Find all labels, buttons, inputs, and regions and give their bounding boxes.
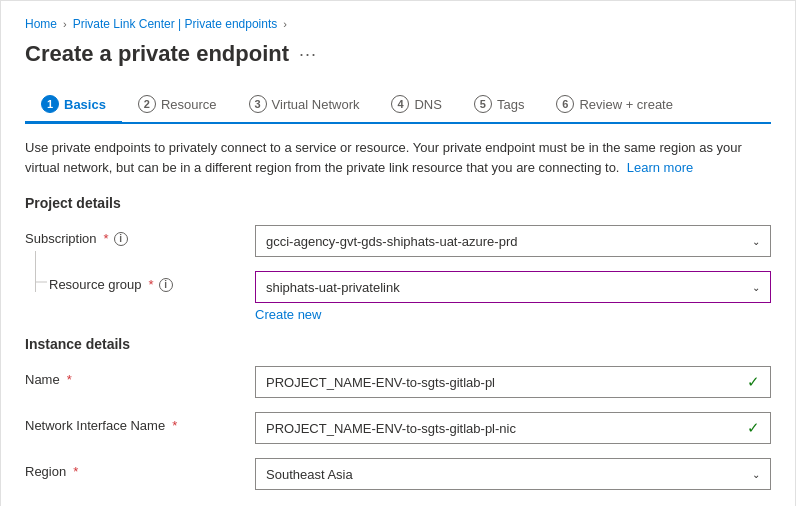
region-value: Southeast Asia (266, 467, 353, 482)
region-select[interactable]: Southeast Asia ⌄ (255, 458, 771, 490)
tab-resource[interactable]: 2 Resource (122, 87, 233, 124)
nic-control: PROJECT_NAME-ENV-to-sgts-gitlab-pl-nic ✓ (255, 412, 771, 444)
tab-num-dns: 4 (391, 95, 409, 113)
subscription-required: * (104, 231, 109, 246)
nic-value: PROJECT_NAME-ENV-to-sgts-gitlab-pl-nic (266, 421, 516, 436)
resource-group-chevron-icon: ⌄ (752, 282, 760, 293)
tab-num-resource: 2 (138, 95, 156, 113)
tab-num-basics: 1 (41, 95, 59, 113)
wizard-tabs: 1 Basics 2 Resource 3 Virtual Network 4 … (25, 87, 771, 124)
name-valid-icon: ✓ (747, 373, 760, 391)
resource-group-info-icon[interactable]: i (159, 278, 173, 292)
resource-group-label: Resource group (49, 277, 142, 292)
tab-num-virtual-network: 3 (249, 95, 267, 113)
tab-label-tags: Tags (497, 97, 524, 112)
tab-virtual-network[interactable]: 3 Virtual Network (233, 87, 376, 124)
resource-group-required: * (149, 277, 154, 292)
resource-group-select[interactable]: shiphats-uat-privatelink ⌄ (255, 271, 771, 303)
instance-details-title: Instance details (25, 336, 771, 352)
tab-review-create[interactable]: 6 Review + create (540, 87, 689, 124)
name-control: PROJECT_NAME-ENV-to-sgts-gitlab-pl ✓ (255, 366, 771, 398)
name-field-group: Name * PROJECT_NAME-ENV-to-sgts-gitlab-p… (25, 366, 771, 398)
subscription-select[interactable]: gcci-agency-gvt-gds-shiphats-uat-azure-p… (255, 225, 771, 257)
tab-basics[interactable]: 1 Basics (25, 87, 122, 124)
region-control: Southeast Asia ⌄ (255, 458, 771, 490)
subscription-label: Subscription (25, 231, 97, 246)
region-field-group: Region * Southeast Asia ⌄ (25, 458, 771, 490)
nic-valid-icon: ✓ (747, 419, 760, 437)
tab-label-review: Review + create (579, 97, 673, 112)
subscription-control: gcci-agency-gvt-gds-shiphats-uat-azure-p… (255, 225, 771, 257)
breadcrumb: Home › Private Link Center | Private end… (25, 17, 771, 31)
tab-tags[interactable]: 5 Tags (458, 87, 540, 124)
subscription-info-icon[interactable]: i (114, 232, 128, 246)
name-label-col: Name * (25, 366, 255, 387)
tab-num-tags: 5 (474, 95, 492, 113)
page-title: Create a private endpoint (25, 41, 289, 67)
nic-required: * (172, 418, 177, 433)
subscription-value: gcci-agency-gvt-gds-shiphats-uat-azure-p… (266, 234, 517, 249)
breadcrumb-sep2: › (283, 18, 287, 30)
resource-group-field-group: Resource group * i shiphats-uat-privatel… (25, 271, 771, 322)
name-value: PROJECT_NAME-ENV-to-sgts-gitlab-pl (266, 375, 495, 390)
nic-field-group: Network Interface Name * PROJECT_NAME-EN… (25, 412, 771, 444)
nic-input[interactable]: PROJECT_NAME-ENV-to-sgts-gitlab-pl-nic ✓ (255, 412, 771, 444)
resource-group-control: shiphats-uat-privatelink ⌄ Create new (255, 271, 771, 322)
nic-label: Network Interface Name (25, 418, 165, 433)
subscription-chevron-icon: ⌄ (752, 236, 760, 247)
description: Use private endpoints to privately conne… (25, 138, 771, 177)
tab-label-dns: DNS (414, 97, 441, 112)
name-label: Name (25, 372, 60, 387)
resource-group-value: shiphats-uat-privatelink (266, 280, 400, 295)
breadcrumb-home[interactable]: Home (25, 17, 57, 31)
region-chevron-icon: ⌄ (752, 469, 760, 480)
name-required: * (67, 372, 72, 387)
region-label-col: Region * (25, 458, 255, 479)
learn-more-link[interactable]: Learn more (627, 160, 693, 175)
subscription-field-group: Subscription * i gcci-agency-gvt-gds-shi… (25, 225, 771, 257)
region-label: Region (25, 464, 66, 479)
tab-num-review: 6 (556, 95, 574, 113)
breadcrumb-sep1: › (63, 18, 67, 30)
tab-dns[interactable]: 4 DNS (375, 87, 457, 124)
project-details-title: Project details (25, 195, 771, 211)
region-required: * (73, 464, 78, 479)
nic-label-col: Network Interface Name * (25, 412, 255, 433)
breadcrumb-private-link[interactable]: Private Link Center | Private endpoints (73, 17, 278, 31)
subscription-label-col: Subscription * i (25, 225, 255, 246)
more-options-icon[interactable]: ··· (299, 44, 317, 65)
create-new-link[interactable]: Create new (255, 307, 321, 322)
tab-label-virtual-network: Virtual Network (272, 97, 360, 112)
tab-label-resource: Resource (161, 97, 217, 112)
name-input[interactable]: PROJECT_NAME-ENV-to-sgts-gitlab-pl ✓ (255, 366, 771, 398)
tab-label-basics: Basics (64, 97, 106, 112)
